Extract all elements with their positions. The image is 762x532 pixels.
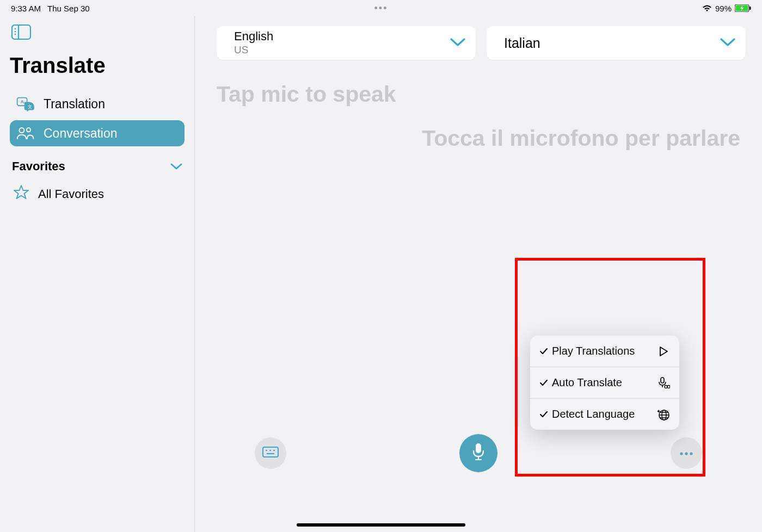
sidebar-item-translation[interactable]: A文 Translation (10, 91, 185, 117)
svg-point-6 (15, 31, 16, 33)
check-icon (539, 379, 549, 387)
status-date: Thu Sep 30 (47, 4, 90, 13)
popup-label: Detect Language (552, 407, 653, 421)
sidebar-toggle-button[interactable] (10, 21, 33, 44)
from-lang-name: English (234, 29, 273, 44)
svg-rect-18 (476, 443, 481, 453)
sidebar-item-conversation[interactable]: Conversation (10, 120, 185, 146)
all-favorites-label: All Favorites (38, 187, 104, 201)
svg-point-12 (27, 128, 30, 132)
status-time: 9:33 AM (11, 4, 41, 13)
mic-infinity-icon (656, 376, 671, 389)
svg-text:A: A (20, 99, 24, 104)
keyboard-icon (262, 447, 279, 460)
battery-icon (735, 4, 751, 12)
svg-point-7 (15, 34, 16, 35)
status-bar: 9:33 AM Thu Sep 30 ••• 99% (0, 0, 762, 16)
from-language-selector[interactable]: English US (217, 26, 476, 60)
svg-point-5 (15, 28, 16, 30)
svg-point-23 (690, 452, 692, 455)
options-popup: Play Transla­tions Auto Translate Detect (530, 336, 679, 430)
svg-rect-3 (12, 25, 30, 39)
to-lang-name: Italian (504, 35, 540, 51)
from-lang-sub: US (234, 44, 273, 57)
popup-label: Play Transla­tions (552, 344, 653, 358)
favorites-header[interactable]: Favorites (10, 159, 185, 174)
all-favorites-item[interactable]: All Favorites (10, 177, 185, 212)
mic-icon (471, 442, 486, 464)
svg-point-11 (19, 128, 24, 133)
svg-rect-24 (661, 378, 664, 383)
chevron-down-icon (720, 37, 736, 49)
globe-sparkle-icon (656, 408, 671, 421)
chevron-down-icon (170, 159, 182, 174)
to-language-selector[interactable]: Italian (487, 26, 746, 60)
svg-rect-13 (263, 447, 278, 457)
more-options-button[interactable] (671, 437, 702, 469)
play-icon (656, 346, 671, 357)
battery-percent: 99% (715, 4, 732, 13)
hint-target-text: Tocca il microfono per parlare (217, 126, 740, 151)
sidebar: Translate A文 Translation Conversation Fa… (0, 16, 195, 532)
wifi-icon (702, 4, 712, 12)
popup-item-detect-language[interactable]: Detect Language (530, 399, 679, 430)
popup-item-auto-translate[interactable]: Auto Translate (530, 367, 679, 399)
translation-icon: A文 (16, 96, 36, 112)
main-area: English US Italian Tap mic to speak Tocc… (195, 16, 762, 532)
popup-label: Auto Translate (552, 376, 653, 389)
svg-text:文: 文 (28, 104, 32, 109)
favorites-label: Favorites (12, 159, 65, 174)
star-icon (13, 184, 29, 204)
chevron-down-icon (450, 37, 466, 49)
keyboard-button[interactable] (255, 437, 286, 469)
hint-source-text: Tap mic to speak (217, 82, 746, 107)
more-dots-icon[interactable]: ••• (374, 3, 388, 14)
svg-point-22 (685, 452, 687, 455)
home-indicator[interactable] (297, 523, 465, 527)
conversation-icon (16, 126, 36, 141)
svg-rect-2 (749, 7, 751, 10)
check-icon (539, 411, 549, 418)
sidebar-item-label: Translation (44, 97, 105, 112)
check-icon (539, 348, 549, 355)
sidebar-item-label: Conversation (44, 126, 118, 141)
ellipsis-icon (679, 448, 694, 458)
svg-point-21 (680, 452, 683, 455)
mic-button[interactable] (459, 434, 497, 472)
app-title: Translate (10, 53, 185, 78)
popup-item-play-translations[interactable]: Play Transla­tions (530, 336, 679, 367)
